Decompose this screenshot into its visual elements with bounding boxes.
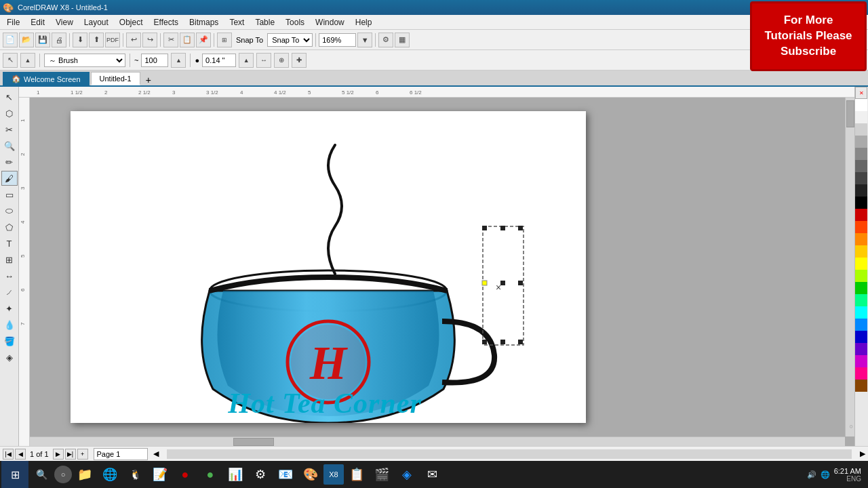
color-dark-blue[interactable] — [855, 331, 867, 343]
dimension-tool-btn[interactable]: ↔ — [1, 268, 18, 283]
smoothing-up[interactable]: ▲ — [171, 53, 186, 68]
interactive-tool-btn[interactable]: ✦ — [1, 301, 18, 316]
width-input[interactable] — [202, 54, 236, 67]
options-button[interactable]: ⚙ — [378, 33, 393, 47]
color-purple[interactable] — [855, 343, 867, 355]
text-tool-btn[interactable]: T — [1, 236, 18, 251]
taskbar-app5[interactable]: ◈ — [395, 462, 419, 487]
scale-stroke[interactable]: ↔ — [256, 53, 271, 68]
snap-dropdown[interactable]: Snap To — [267, 33, 313, 47]
open-button[interactable]: 📂 — [19, 33, 34, 47]
copy-button[interactable]: 📋 — [180, 33, 195, 47]
ellipse-tool-btn[interactable]: ⬭ — [1, 203, 18, 218]
taskbar-mail[interactable]: ✉ — [420, 462, 444, 487]
taskbar-app4[interactable]: 📋 — [344, 462, 369, 487]
color-gray6[interactable] — [855, 184, 867, 197]
start-button[interactable]: ⊞ — [1, 461, 28, 488]
connector-tool-btn[interactable]: ⟋ — [1, 285, 18, 300]
taskbar-app3[interactable]: ● — [198, 462, 222, 487]
nav-arrow-left[interactable]: ◀ — [153, 449, 159, 458]
color-gray2[interactable] — [855, 136, 867, 148]
menu-help[interactable]: Help — [350, 16, 378, 28]
shape-tool-btn[interactable]: ⬡ — [1, 106, 18, 121]
zoom-input[interactable] — [319, 33, 356, 47]
taskbar-cortana[interactable]: ○ — [54, 466, 72, 483]
smart-fill-btn[interactable]: ◈ — [1, 350, 18, 365]
eyedropper-tool-btn[interactable]: 💧 — [1, 317, 18, 332]
color-gray1[interactable] — [855, 123, 867, 136]
rectangle-tool-btn[interactable]: ▭ — [1, 187, 18, 202]
freehand-tool-btn[interactable]: ✏ — [1, 155, 18, 169]
zoom-dropdown[interactable]: ▼ — [357, 33, 372, 47]
color-magenta[interactable] — [855, 355, 867, 367]
scrollbar-horizontal[interactable] — [30, 436, 845, 446]
color-orange[interactable] — [855, 233, 867, 245]
distribute-button[interactable]: ⊕ — [274, 53, 289, 68]
table-tool-btn[interactable]: ⊞ — [1, 252, 18, 267]
taskbar-corel[interactable]: X8 — [323, 464, 344, 485]
color-brown[interactable] — [855, 380, 867, 392]
menu-file[interactable]: File — [1, 16, 25, 28]
taskbar-browser[interactable]: 🌐 — [98, 462, 122, 487]
redo-button[interactable]: ↪ — [142, 33, 157, 47]
color-gray4[interactable] — [855, 160, 867, 172]
color-yellow[interactable] — [855, 245, 867, 258]
fill-tool-btn[interactable]: 🪣 — [1, 333, 18, 348]
menu-edit[interactable]: Edit — [25, 16, 50, 28]
color-gray5[interactable] — [855, 172, 867, 184]
taskbar-explorer[interactable]: 📁 — [73, 462, 97, 487]
smoothing-input[interactable] — [141, 54, 168, 67]
next-page-btn[interactable]: ▶ — [53, 449, 64, 460]
menu-window[interactable]: Window — [310, 16, 350, 28]
canvas-background[interactable]: H — [30, 98, 854, 446]
add-node-button[interactable]: ✚ — [292, 53, 307, 68]
color-white[interactable] — [855, 99, 867, 111]
color-orange-red[interactable] — [855, 221, 867, 233]
scrollbar-vertical[interactable]: ○ — [845, 98, 854, 436]
view-options-button[interactable]: ▦ — [395, 33, 410, 47]
menu-text[interactable]: Text — [224, 16, 250, 28]
taskbar-media[interactable]: 🎬 — [370, 462, 394, 487]
tab-untitled1[interactable]: Untitled-1 — [91, 72, 140, 85]
menu-layout[interactable]: Layout — [79, 16, 114, 28]
color-red[interactable] — [855, 209, 867, 221]
color-yellow-green[interactable] — [855, 270, 867, 282]
undo-button[interactable]: ↩ — [126, 33, 141, 47]
menu-object[interactable]: Object — [114, 16, 149, 28]
prev-page-btn[interactable]: ◀ — [15, 449, 26, 460]
cut-button[interactable]: ✂ — [163, 33, 178, 47]
taskbar-settings[interactable]: ⚙ — [248, 462, 273, 487]
page-navigation[interactable]: |◀ ◀ 1 of 1 ▶ ▶| + — [3, 449, 88, 460]
export-button[interactable]: ⬆ — [89, 33, 104, 47]
first-page-btn[interactable]: |◀ — [3, 449, 14, 460]
menu-view[interactable]: View — [50, 16, 79, 28]
color-cyan[interactable] — [855, 306, 867, 319]
color-black[interactable] — [855, 197, 867, 209]
color-lightgray[interactable] — [855, 111, 867, 123]
taskbar-notes[interactable]: 📝 — [148, 462, 172, 487]
add-tab-button[interactable]: + — [142, 75, 155, 85]
snap-button[interactable]: ⊞ — [217, 33, 232, 47]
brush-type-select[interactable]: ～ Brush — [44, 54, 125, 67]
color-gray3[interactable] — [855, 148, 867, 160]
pick-tool-btn[interactable]: ↖ — [1, 89, 18, 104]
artistic-media-tool-btn[interactable]: 🖌 — [1, 171, 18, 186]
taskbar-app2[interactable]: ● — [173, 462, 197, 487]
publish-pdf-button[interactable]: PDF — [105, 33, 120, 47]
color-green[interactable] — [855, 282, 867, 294]
add-page-btn[interactable]: + — [77, 449, 88, 460]
taskbar-app1[interactable]: 🐧 — [123, 462, 147, 487]
taskbar-search[interactable]: 🔍 — [29, 462, 54, 487]
color-teal-green[interactable] — [855, 294, 867, 306]
freehand-smooth[interactable]: ▲ — [20, 53, 35, 68]
pick-tool[interactable]: ↖ — [3, 53, 18, 68]
menu-tools[interactable]: Tools — [280, 16, 310, 28]
taskbar-email[interactable]: 📧 — [273, 462, 298, 487]
paste-button[interactable]: 📌 — [196, 33, 211, 47]
color-blue[interactable] — [855, 319, 867, 331]
new-button[interactable]: 📄 — [3, 33, 18, 47]
nav-arrow-right[interactable]: ▶ — [860, 449, 865, 458]
menu-effects[interactable]: Effects — [149, 16, 184, 28]
zoom-tool-btn[interactable]: 🔍 — [1, 138, 18, 153]
save-button[interactable]: 💾 — [35, 33, 50, 47]
